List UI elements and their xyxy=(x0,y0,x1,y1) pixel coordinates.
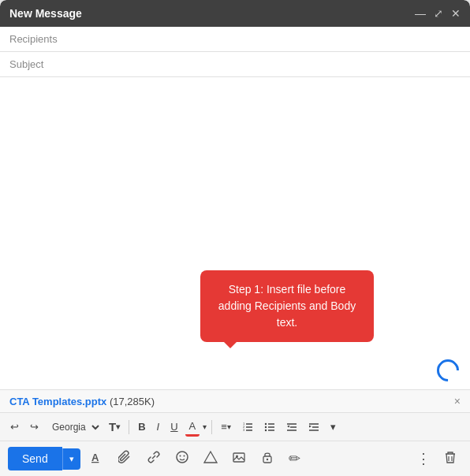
title-bar-controls: — ⤢ ✕ xyxy=(415,7,461,20)
emoji-button[interactable] xyxy=(170,447,194,470)
svg-point-8 xyxy=(265,429,267,430)
attachment-close-button[interactable]: × xyxy=(454,395,461,407)
send-dropdown-button[interactable]: ▾ xyxy=(62,448,80,470)
delete-draft-button[interactable] xyxy=(438,447,462,470)
refresh-icon[interactable] xyxy=(432,355,464,386)
font-color-arrow[interactable]: ▾ xyxy=(203,422,207,431)
close-button[interactable]: ✕ xyxy=(451,7,461,20)
svg-point-21 xyxy=(177,452,188,463)
svg-point-22 xyxy=(179,456,181,457)
numbered-list-button[interactable]: 123 xyxy=(238,419,257,435)
send-bar: Send ▾ A ✏ xyxy=(0,441,470,476)
compose-window: New Message — ⤢ ✕ Recipients Subject Ste… xyxy=(0,0,470,476)
svg-point-28 xyxy=(267,459,268,460)
formatting-toolbar: ↩ ↪ Georgia T▾ B I U A ▾ ≡▾ 123 ▾ xyxy=(0,413,470,441)
expand-button[interactable]: ⤢ xyxy=(434,7,443,20)
attachment-name: CTA Templates.pptx xyxy=(9,396,106,407)
drive-button[interactable] xyxy=(199,447,222,470)
italic-button[interactable]: I xyxy=(153,418,164,435)
svg-marker-19 xyxy=(309,425,311,427)
send-button-group: Send ▾ xyxy=(8,447,80,470)
svg-marker-15 xyxy=(287,425,289,427)
underline-button[interactable]: U xyxy=(166,418,181,435)
toolbar-divider-1 xyxy=(129,420,129,434)
more-menu-button[interactable]: ⋮ xyxy=(412,447,435,470)
indent-decrease-button[interactable] xyxy=(282,419,301,435)
send-bar-right: ⋮ xyxy=(412,447,462,470)
tooltip-bubble: Step 1: Insert file before adding Recipi… xyxy=(200,270,374,342)
toolbar-divider-2 xyxy=(211,420,212,434)
undo-button[interactable]: ↩ xyxy=(6,418,23,435)
recipients-placeholder: Recipients xyxy=(9,33,58,45)
subject-placeholder: Subject xyxy=(9,58,43,70)
svg-text:A: A xyxy=(91,452,99,463)
title-bar: New Message — ⤢ ✕ xyxy=(0,0,470,27)
body-area[interactable]: Step 1: Insert file before adding Recipi… xyxy=(0,77,470,389)
text-format-icon[interactable]: A xyxy=(85,447,109,470)
subject-field[interactable]: Subject xyxy=(0,52,470,77)
bullet-list-button[interactable] xyxy=(260,419,279,435)
svg-rect-25 xyxy=(233,453,244,462)
indent-increase-button[interactable] xyxy=(304,419,323,435)
attach-file-button[interactable] xyxy=(114,447,137,470)
send-bar-left: Send ▾ A ✏ xyxy=(8,447,305,470)
font-size-button[interactable]: T▾ xyxy=(105,418,124,436)
svg-point-23 xyxy=(183,456,185,457)
more-formatting-button[interactable]: ▾ xyxy=(326,418,340,435)
svg-text:3: 3 xyxy=(243,428,245,432)
svg-point-6 xyxy=(265,422,267,424)
tooltip-text: Step 1: Insert file before adding Recipi… xyxy=(218,283,356,329)
svg-point-7 xyxy=(265,426,267,427)
attachment-size: (17,285K) xyxy=(110,396,155,407)
window-title: New Message xyxy=(9,7,82,20)
more-options-button[interactable]: ✏ xyxy=(284,447,305,470)
svg-marker-24 xyxy=(204,452,217,463)
redo-button[interactable]: ↪ xyxy=(26,418,43,435)
recipients-field[interactable]: Recipients xyxy=(0,27,470,52)
font-family-select[interactable]: Georgia xyxy=(46,419,102,435)
bold-button[interactable]: B xyxy=(134,418,149,435)
minimize-button[interactable]: — xyxy=(415,7,426,20)
tooltip-container: Step 1: Insert file before adding Recipi… xyxy=(200,270,374,342)
send-button[interactable]: Send xyxy=(8,447,62,470)
attachment-bar: CTA Templates.pptx (17,285K) × xyxy=(0,389,470,413)
font-color-button[interactable]: A xyxy=(185,418,200,437)
insert-link-button[interactable] xyxy=(142,447,166,470)
attachment-info: CTA Templates.pptx (17,285K) xyxy=(9,396,155,407)
lock-button[interactable] xyxy=(256,447,279,470)
align-button[interactable]: ≡▾ xyxy=(217,418,235,435)
photo-button[interactable] xyxy=(227,447,251,470)
